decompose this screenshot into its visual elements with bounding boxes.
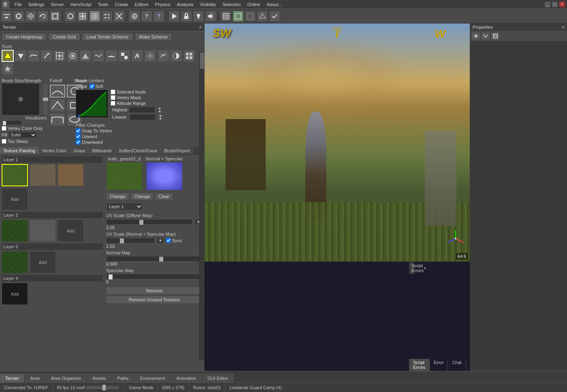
- tb-btn-x[interactable]: [113, 11, 125, 22]
- tb-btn-3[interactable]: [25, 11, 36, 22]
- tool-paint[interactable]: [40, 50, 53, 62]
- soft-check[interactable]: [90, 84, 94, 89]
- tb-btn-help2[interactable]: ?: [153, 11, 164, 22]
- tb-btn-2[interactable]: [13, 11, 24, 22]
- uv-normal-dropdown[interactable]: ▼: [156, 237, 164, 244]
- tool-erode[interactable]: [157, 50, 169, 62]
- falloff-btn-2[interactable]: [50, 99, 65, 112]
- uv-normal-slider[interactable]: [106, 238, 155, 243]
- tool-checker[interactable]: [118, 50, 130, 62]
- tool-half[interactable]: [170, 50, 182, 62]
- menu-visibility[interactable]: Visibility: [197, 1, 220, 8]
- menu-settings[interactable]: Settings: [25, 1, 48, 8]
- fill-select[interactable]: Solid: [9, 132, 37, 138]
- tool-flatten[interactable]: [105, 50, 117, 62]
- menu-online[interactable]: Online: [244, 1, 264, 8]
- layer2-tex2[interactable]: [30, 219, 56, 242]
- layer1-tex2[interactable]: [30, 164, 56, 186]
- layer-dropdown[interactable]: Layer 1 Layer 2 Layer 3 Layer 4: [106, 202, 143, 211]
- menu-file[interactable]: File: [11, 1, 25, 8]
- fps-slider[interactable]: [86, 386, 119, 389]
- se-tab-console[interactable]: Console: [466, 359, 470, 371]
- layer2-tex1[interactable]: [2, 219, 28, 242]
- snap-vertex-check[interactable]: [76, 128, 81, 133]
- menu-selection[interactable]: Selection: [219, 1, 244, 8]
- menu-editors[interactable]: Editors: [132, 1, 152, 8]
- falloff-btn-3[interactable]: [50, 113, 65, 126]
- uv-diffuse-slider[interactable]: [106, 219, 193, 225]
- bottom-tab-animation[interactable]: Animation: [171, 374, 201, 382]
- highest-down-arrow[interactable]: ▼: [157, 110, 162, 113]
- bottom-tab-gui-editor[interactable]: GUI Editor: [202, 374, 233, 382]
- tb-btn-grid[interactable]: [77, 11, 88, 22]
- tb-btn-bulb[interactable]: [193, 11, 204, 22]
- tb-btn-dots[interactable]: [101, 11, 113, 22]
- layer2-add-btn[interactable]: Add: [58, 219, 84, 242]
- load-terrain-scheme-btn[interactable]: Load Terrain Scheme: [82, 33, 133, 41]
- layer4-add-btn[interactable]: Add: [2, 283, 28, 305]
- props-btn-3[interactable]: [491, 32, 500, 40]
- too-steep-check[interactable]: [2, 139, 6, 144]
- layer1-tex3[interactable]: [58, 164, 84, 186]
- tb-btn-lock[interactable]: [181, 11, 192, 22]
- falloff-btn-1[interactable]: [50, 85, 65, 98]
- normal-map-slider[interactable]: [106, 256, 202, 262]
- visualizers-slider[interactable]: [2, 120, 22, 125]
- menu-heroscript[interactable]: HeroScript: [67, 1, 95, 8]
- tool-smooth[interactable]: [28, 50, 40, 62]
- tb-btn-help[interactable]: ?: [141, 11, 152, 22]
- clear-btn[interactable]: Clear: [155, 193, 173, 200]
- tool-texture[interactable]: [66, 50, 79, 62]
- props-btn-1[interactable]: [471, 32, 480, 40]
- tb-btn-4[interactable]: [37, 11, 49, 22]
- menu-create[interactable]: Create: [112, 1, 132, 8]
- tb-btn-5[interactable]: [49, 11, 61, 22]
- layer3-add-btn[interactable]: Add: [30, 251, 56, 273]
- change-diffuse-btn[interactable]: Change: [106, 193, 129, 200]
- tool-brush-custom[interactable]: [131, 50, 143, 62]
- lowest-input[interactable]: [130, 114, 156, 120]
- window-close[interactable]: ×: [559, 1, 565, 8]
- menu-server[interactable]: Server: [47, 1, 67, 8]
- tab-vertex-color[interactable]: Vertex Color: [39, 147, 70, 154]
- highest-input[interactable]: [129, 107, 155, 113]
- create-heightmap-btn[interactable]: Create Heightmap: [2, 33, 47, 41]
- tool-lower[interactable]: [15, 50, 27, 62]
- bottom-tab-assets[interactable]: Assets: [87, 374, 111, 382]
- props-btn-2[interactable]: [481, 32, 490, 40]
- tb-btn-sound[interactable]: [205, 11, 216, 22]
- tool-special[interactable]: [2, 63, 14, 75]
- downward-check[interactable]: [76, 140, 81, 145]
- tool-multi[interactable]: [183, 50, 195, 62]
- tb-btn-check[interactable]: [269, 11, 280, 22]
- se-tab-chat[interactable]: Chat: [448, 359, 466, 371]
- tool-noise[interactable]: [92, 50, 104, 62]
- tab-soften[interactable]: Soften/Clone/Erase: [115, 147, 161, 154]
- tool-raise[interactable]: [2, 50, 14, 62]
- specular-map-slider[interactable]: [106, 274, 202, 279]
- tb-btn-circle[interactable]: [65, 11, 76, 22]
- layer3-tex1[interactable]: [2, 251, 28, 273]
- tb-btn-1[interactable]: [1, 11, 12, 22]
- props-close[interactable]: ×: [562, 25, 565, 30]
- se-tab-error[interactable]: Error: [430, 359, 448, 371]
- bottom-tab-area[interactable]: Area: [25, 374, 45, 382]
- tb-btn-play[interactable]: [168, 11, 180, 22]
- tb-btn-globe[interactable]: [129, 11, 140, 22]
- menu-physics[interactable]: Physics: [152, 1, 174, 8]
- vertex-mask-check[interactable]: [111, 95, 115, 100]
- selected-node-check[interactable]: [111, 89, 115, 94]
- remove-unused-btn[interactable]: Remove Unused Textures: [106, 296, 202, 304]
- create-grid-btn[interactable]: Create Grid: [48, 33, 80, 41]
- menu-tools[interactable]: Tools: [95, 1, 112, 8]
- tool-pattern[interactable]: [144, 50, 156, 62]
- layer1-tex1[interactable]: [2, 164, 28, 186]
- tb-btn-grid3[interactable]: [220, 11, 232, 22]
- tool-fill[interactable]: [79, 50, 92, 62]
- menu-analysis[interactable]: Analysis: [174, 1, 197, 8]
- tab-billboards[interactable]: Billboards: [89, 147, 115, 154]
- tb-btn-grid2[interactable]: [89, 11, 100, 22]
- bottom-tab-environment[interactable]: Environment: [135, 374, 171, 382]
- tb-btn-sel3[interactable]: [257, 11, 268, 22]
- make-scheme-btn[interactable]: Make Scheme: [135, 33, 172, 41]
